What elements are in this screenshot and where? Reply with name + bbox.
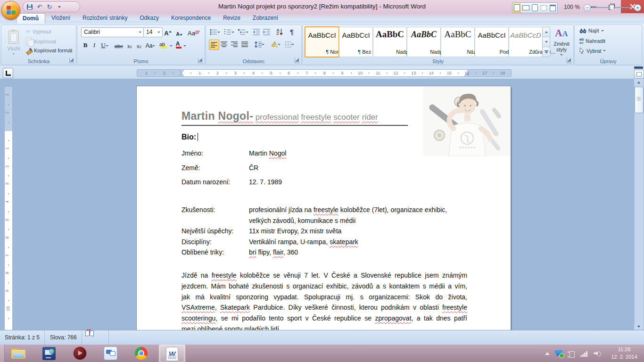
taskbar-item-messenger[interactable] — [98, 345, 123, 362]
style-title[interactable]: AaBbC Název — [441, 27, 475, 57]
taskbar-item-remote-app[interactable] — [36, 345, 62, 362]
font-dialog-launcher[interactable] — [198, 58, 203, 63]
change-case-dropdown-icon[interactable] — [152, 45, 155, 47]
highlight-dropdown-icon[interactable] — [170, 45, 173, 47]
split-handle[interactable] — [634, 66, 643, 69]
styles-dialog-launcher[interactable] — [567, 58, 572, 63]
align-left-button[interactable] — [209, 40, 219, 50]
decrease-indent-button[interactable] — [251, 27, 261, 37]
scroll-down-button[interactable] — [634, 323, 643, 330]
ruler-toggle-button[interactable] — [634, 70, 644, 79]
grow-font-button[interactable]: A — [163, 27, 173, 37]
scroll-up-button[interactable] — [634, 79, 643, 86]
align-right-button[interactable] — [230, 40, 239, 49]
copy-button[interactable]: Kopírovat — [26, 38, 56, 45]
font-name-dropdown-icon[interactable] — [139, 32, 141, 33]
numbering-button[interactable] — [223, 27, 235, 37]
subscript-button[interactable]: x2 — [125, 40, 134, 49]
scrollbar-thumb[interactable] — [635, 87, 644, 113]
multilevel-list-button[interactable] — [237, 27, 249, 37]
document-page[interactable]: Martin Nogol- professional freestyle sco… — [137, 86, 511, 330]
style-subtitle[interactable]: AaBbCcI Podtitul — [475, 27, 509, 57]
zoom-out-button[interactable]: − — [584, 4, 591, 11]
numbering-dropdown-icon[interactable] — [231, 32, 234, 33]
style-emphasis[interactable]: AaBbCcD Zdůrazně... — [509, 27, 543, 57]
font-color-button[interactable]: A — [174, 40, 188, 49]
find-dropdown-icon[interactable] — [601, 30, 604, 32]
draft-view-button[interactable] — [548, 3, 557, 13]
borders-dropdown-icon[interactable] — [291, 44, 294, 45]
shading-button[interactable] — [269, 40, 281, 49]
styles-scroll-down[interactable] — [542, 37, 550, 47]
line-spacing-dropdown-icon[interactable] — [262, 44, 264, 45]
print-layout-view-button[interactable] — [512, 3, 521, 13]
redo-button[interactable]: ↻ — [46, 3, 53, 11]
bullets-dropdown-icon[interactable] — [217, 32, 220, 33]
taskbar-item-chrome[interactable] — [128, 345, 154, 362]
italic-button[interactable]: I — [91, 40, 98, 49]
outline-view-button[interactable] — [539, 3, 548, 13]
shading-dropdown-icon[interactable] — [278, 44, 281, 45]
fullscreen-reading-view-button[interactable] — [521, 3, 530, 13]
multilevel-dropdown-icon[interactable] — [246, 32, 248, 33]
power-icon[interactable] — [568, 350, 575, 357]
web-layout-view-button[interactable] — [530, 3, 539, 13]
word-count-status[interactable]: Slova: 766 — [45, 330, 82, 345]
undo-button[interactable]: ↶ — [36, 3, 43, 11]
paragraph-dialog-launcher[interactable] — [295, 58, 300, 63]
network-signal-icon[interactable] — [580, 350, 588, 357]
style-normal[interactable]: AaBbCcI ¶ Normální — [305, 26, 339, 58]
style-no-spacing[interactable]: AaBbCcI ¶ Bez mezer — [339, 27, 373, 57]
taskbar-item-explorer[interactable] — [6, 345, 31, 362]
bullets-button[interactable] — [209, 27, 221, 37]
change-styles-button[interactable]: AA Změnit styly — [552, 28, 571, 56]
select-button[interactable]: Vybrat — [579, 48, 606, 54]
customize-qat-button[interactable] — [56, 3, 63, 11]
line-spacing-button[interactable] — [253, 40, 265, 49]
font-name-combobox[interactable]: Calibri — [81, 27, 144, 37]
tab-korespondence[interactable]: Korespondence — [165, 13, 217, 24]
style-heading1[interactable]: AaBbC Nadpis 1 — [373, 27, 407, 57]
align-center-button[interactable] — [219, 40, 229, 49]
justify-button[interactable] — [240, 40, 249, 49]
font-color-dropdown-icon[interactable] — [183, 45, 186, 47]
find-button[interactable]: Najít — [579, 28, 604, 33]
sort-button[interactable]: AZ — [274, 27, 285, 37]
tray-expand-icon[interactable] — [545, 352, 550, 355]
tab-domu[interactable]: Domů — [16, 13, 45, 24]
taskbar-item-media-player[interactable] — [67, 345, 92, 362]
clear-formatting-button[interactable]: Aa — [188, 27, 199, 37]
font-size-combobox[interactable]: 14 — [143, 27, 163, 37]
styles-more-button[interactable] — [542, 47, 550, 57]
styles-scroll-up[interactable] — [542, 27, 550, 37]
tab-odkazy[interactable]: Odkazy — [133, 13, 165, 24]
underline-dropdown-icon[interactable] — [106, 45, 108, 47]
zoom-slider-knob[interactable] — [610, 5, 614, 11]
strikethrough-button[interactable]: abe — [113, 40, 124, 49]
hanging-indent-marker[interactable] — [179, 74, 184, 76]
taskbar-item-word[interactable]: W — [159, 345, 185, 362]
office-button[interactable] — [1, 1, 20, 20]
taskbar-clock[interactable]: 11:28 12. 2. 2014 — [607, 346, 641, 361]
font-size-dropdown-icon[interactable] — [157, 32, 160, 33]
first-line-indent-marker[interactable] — [179, 70, 184, 73]
tab-vlozeni[interactable]: Vložení — [45, 13, 76, 24]
tab-revize[interactable]: Revize — [217, 13, 247, 24]
tab-zobrazeni[interactable]: Zobrazení — [247, 13, 284, 24]
borders-button[interactable] — [283, 40, 296, 49]
paste-button[interactable]: Vložit — [4, 28, 23, 57]
style-heading2[interactable]: AaBbC Nadpis 2 — [407, 27, 441, 57]
superscript-button[interactable]: x2 — [135, 40, 143, 49]
page-number-status[interactable]: Stránka: 1 z 5 — [0, 330, 45, 345]
volume-icon[interactable] — [594, 350, 601, 357]
highlight-button[interactable]: ab — [159, 40, 173, 49]
proofing-status[interactable] — [85, 330, 109, 345]
save-button[interactable] — [26, 3, 33, 11]
zoom-in-button[interactable]: + — [634, 4, 641, 11]
shrink-font-button[interactable]: A — [174, 27, 184, 37]
bold-button[interactable]: B — [81, 40, 90, 49]
format-painter-button[interactable]: Kopírovat formát — [26, 47, 72, 53]
vertical-scrollbar[interactable] — [634, 79, 644, 330]
underline-button[interactable]: U — [99, 40, 110, 49]
select-dropdown-icon[interactable] — [603, 50, 606, 51]
